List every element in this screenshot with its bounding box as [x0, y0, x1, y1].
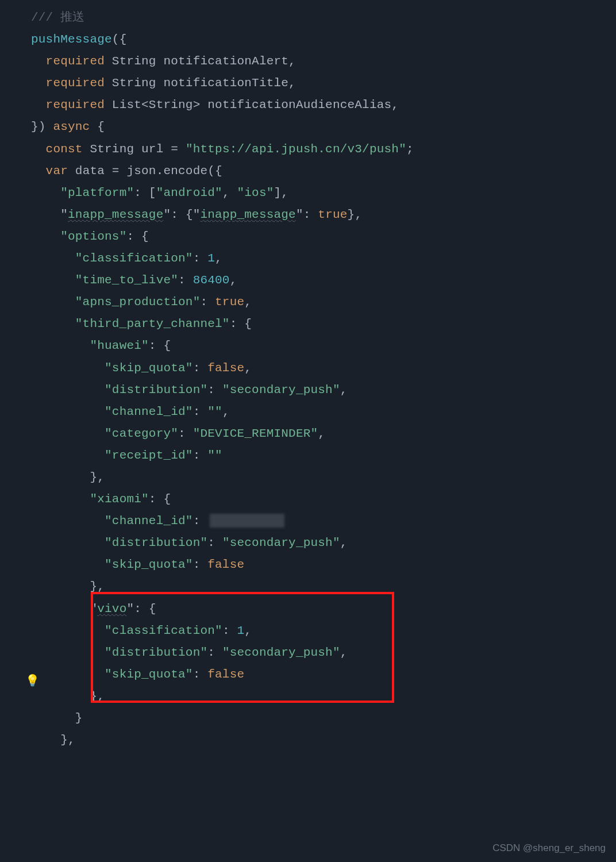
- keyword: async: [53, 120, 90, 133]
- op: =: [105, 164, 126, 178]
- key: "xiaomi": [90, 492, 148, 506]
- key: "time_to_live": [75, 274, 178, 287]
- bool: false: [207, 361, 244, 375]
- semi: ;: [406, 143, 414, 156]
- call: json.encode({: [126, 164, 222, 178]
- number: 86400: [193, 274, 230, 287]
- brace: ({: [112, 33, 127, 46]
- param: notificationTitle: [163, 76, 288, 90]
- type: String: [112, 55, 156, 68]
- number: 1: [207, 252, 215, 265]
- key: "distribution": [105, 383, 207, 397]
- watermark-text: CSDN @sheng_er_sheng: [492, 842, 606, 854]
- string: "android": [156, 186, 222, 199]
- param: notificationAlert: [163, 55, 288, 68]
- bool: true: [215, 295, 244, 309]
- comment: /// 推送: [31, 11, 85, 24]
- key: "classification": [75, 252, 193, 265]
- string: "DEVICE_REMINDER": [193, 427, 318, 440]
- param: notificationAudienceAlias: [207, 98, 391, 111]
- keyword: var: [46, 164, 68, 178]
- key: "apns_production": [75, 295, 201, 309]
- key: "receipt_id": [105, 449, 193, 462]
- key: "channel_id": [105, 514, 193, 528]
- key: "platform": [60, 186, 134, 199]
- key: "distribution": [105, 646, 207, 659]
- keyword: required: [46, 98, 105, 111]
- brace: {: [90, 120, 105, 133]
- keyword: required: [46, 76, 105, 90]
- number: 1: [237, 624, 244, 637]
- var: data: [75, 164, 105, 178]
- string: "secondary_push": [222, 536, 340, 549]
- bool: false: [207, 558, 244, 571]
- var: url: [141, 143, 163, 156]
- key: "classification": [105, 624, 222, 637]
- key: "skip_quota": [105, 558, 193, 571]
- redacted-value: [210, 514, 284, 528]
- op: =: [163, 143, 185, 156]
- type: String: [112, 76, 156, 90]
- key: "third_party_channel": [75, 317, 230, 330]
- brace: }): [31, 120, 53, 133]
- function-name: pushMessage: [31, 33, 112, 46]
- string: "": [207, 405, 222, 418]
- key: "skip_quota": [105, 361, 193, 375]
- string: "https://api.jpush.cn/v3/push": [186, 143, 406, 156]
- key: "channel_id": [105, 405, 193, 418]
- string: "secondary_push": [222, 646, 340, 659]
- bool: false: [207, 668, 244, 681]
- key: "distribution": [105, 536, 207, 549]
- string: "": [207, 449, 222, 462]
- keyword: required: [46, 55, 105, 68]
- keyword: const: [46, 143, 83, 156]
- string: "secondary_push": [222, 383, 340, 397]
- editor-gutter: [0, 0, 25, 862]
- bool: true: [318, 208, 347, 221]
- type: String: [90, 143, 134, 156]
- key: "options": [60, 230, 126, 243]
- key: "skip_quota": [105, 668, 193, 681]
- code-block: /// 推送 pushMessage({ required String not…: [31, 7, 414, 751]
- key: "huawei": [90, 339, 148, 352]
- type: List<String>: [112, 98, 201, 111]
- key: "category": [105, 427, 178, 440]
- string: "ios": [237, 186, 274, 199]
